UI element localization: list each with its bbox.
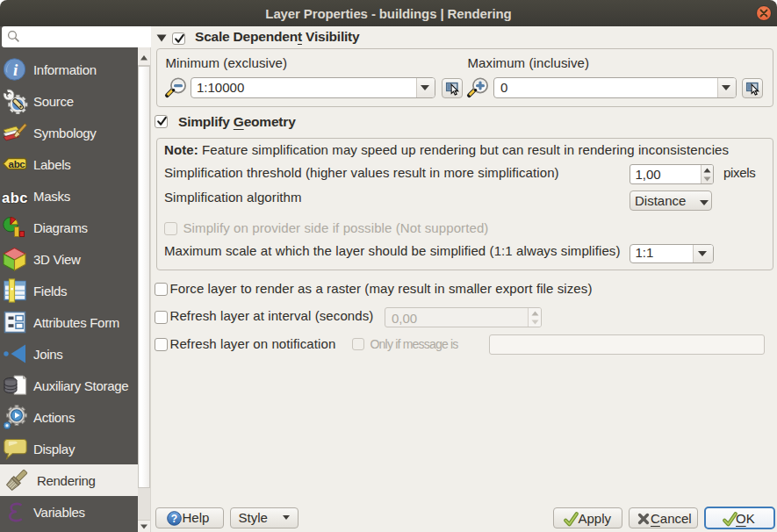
svg-text:abc: abc: [9, 159, 26, 169]
svg-text:?: ?: [171, 513, 177, 525]
svg-text:abc: abc: [2, 190, 28, 205]
